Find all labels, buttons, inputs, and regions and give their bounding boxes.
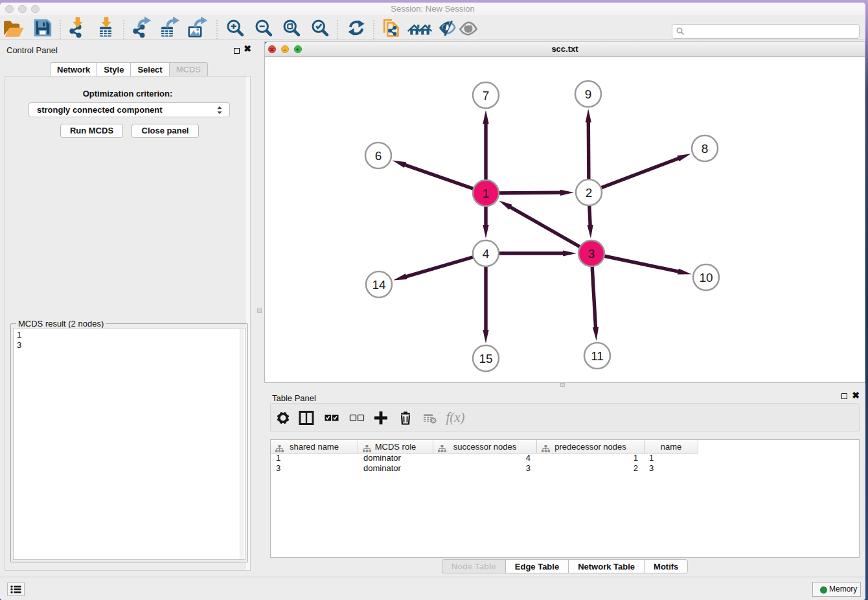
svg-text:6: 6 [375,149,382,163]
svg-text:4: 4 [483,247,490,260]
svg-text:15: 15 [479,352,492,365]
svg-text:1: 1 [483,187,490,200]
svg-text:14: 14 [372,278,386,292]
svg-text:9: 9 [585,87,592,101]
svg-text:8: 8 [702,142,709,156]
svg-text:7: 7 [483,89,490,102]
svg-text:10: 10 [699,271,713,284]
svg-text:11: 11 [591,349,604,363]
svg-text:3: 3 [588,247,595,260]
svg-text:f(x): f(x) [446,410,464,425]
svg-text:2: 2 [586,186,593,200]
